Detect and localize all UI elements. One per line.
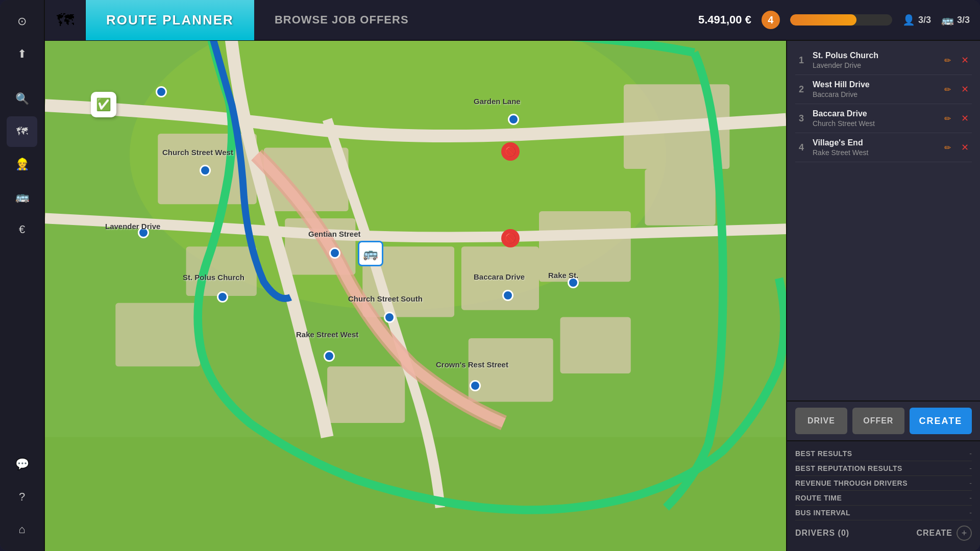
- right-panel: 1 St. Polus Church Lavender Drive ✏ ✕ 2: [786, 41, 980, 551]
- upload-icon[interactable]: ⬆: [7, 39, 37, 69]
- level-badge: 4: [762, 11, 780, 29]
- route-4-delete[interactable]: ✕: [958, 140, 972, 155]
- compass-icon[interactable]: ⊙: [7, 6, 37, 37]
- chat-icon[interactable]: 💬: [7, 449, 37, 480]
- route-1-edit[interactable]: ✏: [940, 53, 954, 67]
- buses-stat: 🚌 3/3: [941, 14, 970, 26]
- help-icon[interactable]: ?: [7, 482, 37, 512]
- buses-icon: 🚌: [941, 14, 954, 26]
- route-4-actions: ✏ ✕: [940, 140, 972, 155]
- map-area[interactable]: ✅ 🚌 🚫 🚫: [45, 41, 786, 551]
- stat-bus-interval: BUS INTERVAL -: [795, 506, 972, 520]
- route-num-3: 3: [795, 113, 807, 124]
- svg-rect-12: [560, 317, 630, 373]
- top-bar: 🗺 ROUTE PLANNER BROWSE JOB OFFERS 5.491,…: [45, 0, 980, 41]
- red-marker-2: 🚫: [501, 229, 520, 247]
- create-button[interactable]: CREATE: [910, 408, 972, 434]
- drive-button[interactable]: DRIVE: [795, 408, 847, 434]
- driver-icon[interactable]: 👷: [7, 149, 37, 180]
- tab-browse[interactable]: BROWSE JOB OFFERS: [254, 0, 429, 40]
- svg-rect-11: [469, 338, 553, 402]
- bus-icon[interactable]: 🚌: [7, 182, 37, 212]
- stats-panel: BEST RESULTS - BEST REPUTATION RESULTS -…: [787, 440, 980, 551]
- home-icon[interactable]: ⌂: [7, 514, 37, 545]
- drivers-row: DRIVERS (0) CREATE +: [795, 520, 972, 546]
- route-text-1: St. Polus Church Lavender Drive: [813, 51, 935, 69]
- left-sidebar: ⊙ ⬆ 🔍 🗺 👷 🚌 € 💬 ? ⌂: [0, 0, 45, 551]
- workers-icon: 👤: [902, 14, 915, 26]
- route-num-1: 1: [795, 55, 807, 66]
- offer-button[interactable]: OFFER: [852, 408, 904, 434]
- route-num-2: 2: [795, 84, 807, 95]
- route-2-edit[interactable]: ✏: [940, 82, 954, 96]
- route-text-3: Baccara Drive Church Street West: [813, 109, 935, 128]
- route-item-1: 1 St. Polus Church Lavender Drive ✏ ✕: [795, 46, 972, 75]
- route-num-4: 4: [795, 142, 807, 153]
- bottom-buttons: DRIVE OFFER CREATE: [787, 400, 980, 440]
- money-display: 5.491,00 €: [698, 13, 751, 27]
- route-4-edit[interactable]: ✏: [940, 140, 954, 155]
- map-icon[interactable]: 🗺: [7, 116, 37, 147]
- xp-bar-container: [790, 14, 892, 26]
- bus-marker: 🚌: [358, 241, 383, 266]
- route-item-2: 2 West Hill Drive Baccara Drive ✏ ✕: [795, 75, 972, 104]
- svg-rect-13: [327, 366, 405, 423]
- drivers-create-area: CREATE +: [916, 525, 972, 541]
- red-marker-1: 🚫: [501, 142, 520, 161]
- stat-best-results: BEST RESULTS -: [795, 446, 972, 461]
- route-item-4: 4 Village's End Rake Street West ✏ ✕: [795, 133, 972, 162]
- stat-route-time: ROUTE TIME -: [795, 491, 972, 506]
- route-1-actions: ✏ ✕: [940, 53, 972, 67]
- tab-route-planner[interactable]: ROUTE PLANNER: [86, 0, 254, 40]
- route-list: 1 St. Polus Church Lavender Drive ✏ ✕ 2: [787, 41, 980, 400]
- route-2-actions: ✏ ✕: [940, 82, 972, 96]
- route-text-4: Village's End Rake Street West: [813, 138, 935, 157]
- checklist-icon[interactable]: ✅: [91, 92, 116, 117]
- finance-icon[interactable]: €: [7, 214, 37, 245]
- route-3-actions: ✏ ✕: [940, 111, 972, 126]
- content-area: ✅ 🚌 🚫 🚫: [45, 41, 980, 551]
- route-text-2: West Hill Drive Baccara Drive: [813, 80, 935, 98]
- stat-best-reputation: BEST REPUTATION RESULTS -: [795, 461, 972, 476]
- main-content: 🗺 ROUTE PLANNER BROWSE JOB OFFERS 5.491,…: [45, 0, 980, 551]
- buses-value: 3/3: [957, 15, 970, 26]
- drivers-add-button[interactable]: +: [957, 525, 972, 541]
- top-bar-right: 5.491,00 € 4 👤 3/3 🚌 3/3: [698, 11, 980, 29]
- stat-revenue-drivers: REVENUE THROUGH DRIVERS -: [795, 476, 972, 491]
- svg-rect-7: [461, 246, 539, 310]
- route-1-delete[interactable]: ✕: [958, 53, 972, 67]
- route-3-delete[interactable]: ✕: [958, 111, 972, 126]
- workers-stat: 👤 3/3: [902, 14, 931, 26]
- workers-value: 3/3: [918, 15, 931, 26]
- route-2-delete[interactable]: ✕: [958, 82, 972, 96]
- svg-rect-15: [115, 303, 200, 366]
- xp-bar: [790, 14, 856, 26]
- search-icon[interactable]: 🔍: [7, 84, 37, 114]
- svg-rect-8: [539, 211, 631, 282]
- svg-rect-10: [645, 169, 715, 226]
- route-item-3: 3 Baccara Drive Church Street West ✏ ✕: [795, 104, 972, 133]
- route-3-edit[interactable]: ✏: [940, 111, 954, 126]
